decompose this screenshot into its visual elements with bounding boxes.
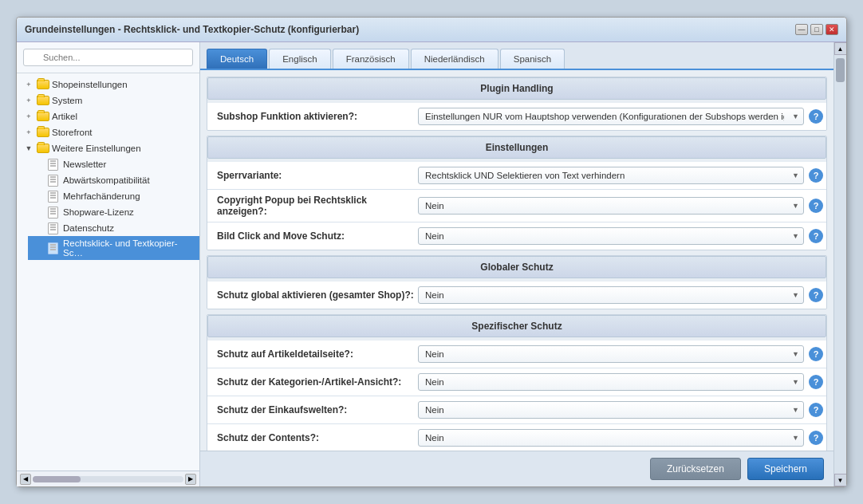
spezifischer-schutz-section: Spezifischer Schutz Schutz auf Artikelde… [207, 314, 827, 451]
bild-help-button[interactable]: ? [809, 229, 823, 243]
sidebar-item-storefront[interactable]: + Storefront [17, 124, 199, 140]
main-window: Grundeinstellungen - Rechtsklick- und Te… [16, 17, 847, 487]
sidebar-item-label: Datenschutz [63, 223, 114, 233]
subshop-control: Einstellungen NUR vom Hauptshop verwende… [418, 108, 823, 125]
reset-button[interactable]: Zurücksetzen [650, 458, 741, 480]
sidebar-item-newsletter[interactable]: Newsletter [28, 156, 199, 172]
scroll-down-arrow[interactable]: ▼ [834, 474, 847, 486]
folder-icon [37, 143, 49, 154]
copyright-select[interactable]: Nein [418, 197, 804, 215]
plugin-handling-section: Plugin Handling Subshop Funktion aktivie… [207, 77, 827, 131]
contents-label: Schutz der Contents?: [211, 432, 418, 443]
doc-icon [48, 242, 61, 254]
sidebar-tree: + Shopeinstellungen + System + Artikel [17, 73, 199, 471]
tree-children: Newsletter Abwärtskompatibilität Mehrfac… [17, 156, 199, 260]
tab-englisch[interactable]: Englisch [269, 49, 330, 69]
artikeldetail-row: Schutz auf Artikeldetailseite?: Nein ▼ ? [207, 341, 826, 368]
scroll-right-thumb [836, 58, 845, 82]
expand-icon[interactable]: + [23, 127, 34, 138]
folder-icon [37, 111, 49, 122]
expand-icon[interactable]: ▼ [23, 143, 34, 154]
global-schutz-help-button[interactable]: ? [809, 288, 823, 302]
subshop-row: Subshop Funktion aktivieren?: Einstellun… [207, 103, 826, 130]
scroll-thumb [33, 476, 81, 482]
folder-icon [37, 79, 49, 90]
sidebar-item-rechtsklick[interactable]: Rechtsklick- und Textkopier-Sc… [28, 236, 199, 260]
contents-select-wrapper: Nein ▼ [418, 429, 804, 447]
sperrvariante-label: Sperrvariante: [211, 170, 418, 181]
maximize-button[interactable]: □ [810, 24, 823, 35]
sperrvariante-help-button[interactable]: ? [809, 168, 823, 183]
expand-spacer [34, 175, 45, 186]
sperrvariante-select[interactable]: Rechtsklick UND Selektieren von Text ver… [418, 167, 804, 184]
expand-icon[interactable]: + [23, 79, 34, 90]
main-content: Deutsch Englisch Französisch Niederländi… [200, 42, 833, 486]
sidebar-item-artikel[interactable]: + Artikel [17, 108, 199, 124]
expand-spacer [34, 242, 45, 254]
expand-icon[interactable]: + [23, 95, 34, 106]
sidebar-item-shopeinstellungen[interactable]: + Shopeinstellungen [17, 77, 199, 93]
bild-control: Nein ▼ ? [418, 227, 823, 245]
doc-icon [48, 207, 61, 218]
tab-deutsch[interactable]: Deutsch [207, 49, 267, 69]
sidebar-item-label: Shopeinstellungen [52, 80, 128, 89]
expand-spacer [34, 159, 45, 170]
contents-help-button[interactable]: ? [809, 431, 823, 445]
copyright-select-wrapper: Nein ▼ [418, 197, 804, 215]
einkaufswelten-select[interactable]: Nein [418, 401, 804, 419]
copyright-help-button[interactable]: ? [809, 199, 823, 213]
expand-icon[interactable]: + [23, 111, 34, 122]
close-button[interactable]: ✕ [826, 24, 838, 35]
globaler-schutz-section: Globaler Schutz Schutz global aktivieren… [207, 255, 827, 309]
global-schutz-row: Schutz global aktivieren (gesamter Shop)… [207, 282, 826, 309]
tab-spanisch[interactable]: Spanisch [500, 49, 565, 69]
scroll-right-arrow[interactable]: ▶ [185, 474, 196, 485]
globaler-schutz-header: Globaler Schutz [207, 256, 826, 278]
tab-niederlaendisch[interactable]: Niederländisch [411, 49, 498, 69]
doc-icon [48, 159, 61, 170]
einkaufswelten-row: Schutz der Einkaufswelten?: Nein ▼ ? [207, 396, 826, 424]
sidebar-item-label: Abwärtskompatibilität [63, 175, 150, 185]
search-input[interactable] [23, 49, 193, 66]
folder-icon [37, 95, 49, 106]
window-title: Grundeinstellungen - Rechtsklick- und Te… [25, 24, 359, 35]
doc-icon [48, 222, 61, 234]
sidebar-item-system[interactable]: + System [17, 93, 199, 108]
search-box: 🔍 [17, 42, 199, 73]
sidebar-item-label: System [52, 96, 82, 105]
bild-label: Bild Click and Move Schutz: [211, 230, 418, 242]
global-schutz-select[interactable]: Nein [418, 286, 804, 304]
scroll-left-arrow[interactable]: ◀ [20, 474, 31, 485]
minimize-button[interactable]: — [795, 24, 808, 35]
kategorien-select[interactable]: Nein [418, 373, 804, 391]
sidebar-item-weitere[interactable]: ▼ Weitere Einstellungen [17, 140, 199, 156]
sidebar-item-label: Weitere Einstellungen [52, 144, 141, 153]
global-schutz-control: Nein ▼ ? [418, 286, 823, 304]
contents-select[interactable]: Nein [418, 429, 804, 447]
folder-icon [37, 127, 49, 138]
contents-row: Schutz der Contents?: Nein ▼ ? [207, 424, 826, 451]
footer: Zurücksetzen Speichern [200, 451, 833, 486]
bild-select[interactable]: Nein [418, 227, 804, 245]
sidebar-item-lizenz[interactable]: Shopware-Lizenz [28, 204, 199, 220]
sperrvariante-row: Sperrvariante: Rechtsklick UND Selektier… [207, 162, 826, 190]
save-button[interactable]: Speichern [747, 458, 824, 480]
artikeldetail-help-button[interactable]: ? [809, 347, 823, 361]
einkaufswelten-select-wrapper: Nein ▼ [418, 401, 804, 419]
expand-spacer [34, 207, 45, 218]
subshop-help-button[interactable]: ? [809, 109, 823, 124]
einkaufswelten-help-button[interactable]: ? [809, 403, 823, 417]
search-wrapper: 🔍 [23, 49, 193, 66]
scroll-up-arrow[interactable]: ▲ [834, 42, 847, 55]
kategorien-help-button[interactable]: ? [809, 375, 823, 389]
artikeldetail-select[interactable]: Nein [418, 345, 804, 363]
title-bar: Grundeinstellungen - Rechtsklick- und Te… [17, 18, 846, 42]
plugin-handling-header: Plugin Handling [207, 77, 826, 100]
subshop-select[interactable]: Einstellungen NUR vom Hauptshop verwende… [418, 108, 804, 125]
sidebar-item-mehrfach[interactable]: Mehrfachänderung [28, 188, 199, 204]
sidebar-item-label: Mehrfachänderung [63, 191, 140, 201]
sidebar-item-abwaerts[interactable]: Abwärtskompatibilität [28, 172, 199, 188]
bild-select-wrapper: Nein ▼ [418, 227, 804, 245]
sidebar-item-datenschutz[interactable]: Datenschutz [28, 220, 199, 236]
tab-franzoesisch[interactable]: Französisch [333, 49, 409, 69]
